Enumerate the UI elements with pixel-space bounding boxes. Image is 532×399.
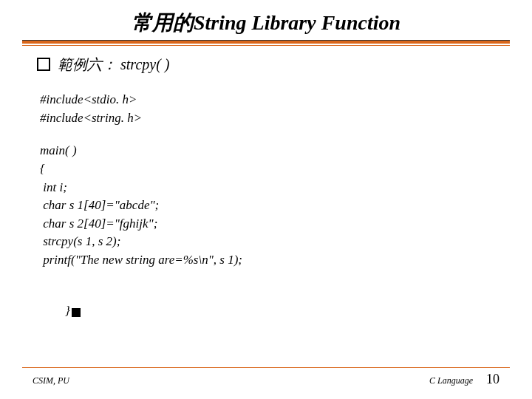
code-block: #include<stdio. h> #include<string. h> m… [40, 91, 495, 339]
code-line: #include<string. h> [40, 109, 495, 128]
footer-divider [22, 367, 510, 368]
code-line: printf("The new string are=%s\n", s 1); [40, 251, 495, 270]
footer: CSIM, PU C Language 10 [0, 367, 532, 387]
bullet-item: 範例六： strcpy( ) [37, 55, 495, 75]
code-line: strcpy(s 1, s 2); [40, 233, 495, 251]
code-line: } [40, 284, 495, 339]
square-bullet-icon [37, 58, 50, 71]
title-underline [22, 40, 510, 44]
code-line: { [40, 160, 495, 179]
footer-right-label: C Language [429, 375, 473, 386]
black-square-icon [72, 308, 81, 317]
code-line: char s 2[40]="fghijk"; [40, 215, 495, 233]
code-line: main( ) [40, 142, 495, 160]
bullet-text: 範例六： strcpy( ) [58, 55, 169, 75]
title-underline-thin [22, 45, 510, 46]
code-line: int i; [40, 179, 495, 197]
slide-title: 常用的String Library Function [0, 9, 532, 37]
code-line: #include<stdio. h> [40, 91, 495, 109]
page-number: 10 [486, 372, 499, 387]
footer-left: CSIM, PU [33, 375, 69, 386]
code-line: char s 1[40]="abcde"; [40, 197, 495, 215]
content-area: 範例六： strcpy( ) #include<stdio. h> #inclu… [37, 55, 495, 339]
